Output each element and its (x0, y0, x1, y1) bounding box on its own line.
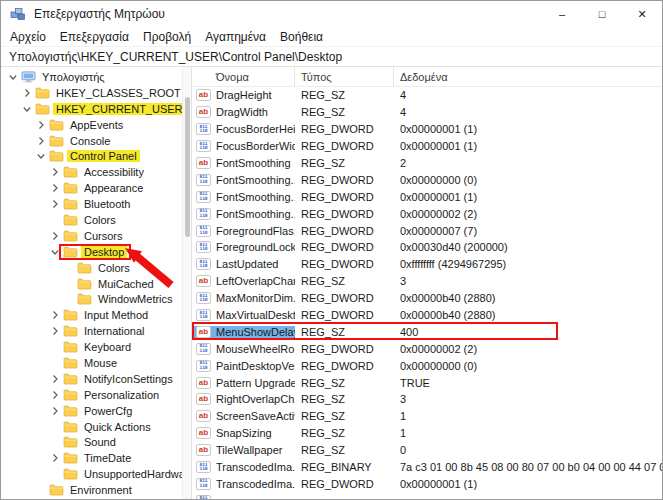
chevron-right-icon[interactable] (35, 120, 47, 130)
tree-item-υπολογιστής[interactable]: Υπολογιστής (1, 69, 191, 85)
registry-value-row-transcodedima[interactable]: 011110TranscodedIma...REG_DWORD0x0000000… (192, 475, 662, 492)
column-header-data[interactable]: Δεδομένα (394, 67, 662, 86)
menu-item-αρχείο[interactable]: Αρχείο (3, 30, 53, 44)
tree-item-content: International (61, 325, 150, 337)
close-button[interactable]: ✕ (622, 1, 662, 27)
folder-icon (49, 150, 64, 162)
chevron-right-icon[interactable] (21, 88, 33, 98)
tree-item-label: AppEvents (67, 119, 126, 131)
tree-item-mouse[interactable]: Mouse (1, 355, 191, 371)
registry-value-row-lastupdated[interactable]: 011110LastUpdatedREG_DWORD0xffffffff (42… (192, 256, 662, 273)
tree-item-content: Personalization (61, 389, 164, 401)
registry-value-row-paintdesktopver[interactable]: 011110PaintDesktopVer...REG_DWORD0x00000… (192, 357, 662, 374)
list-pane: Όνομα Τύπος Δεδομένα abDragHeightREG_SZ4… (192, 67, 662, 500)
column-header-name[interactable]: Όνομα (192, 67, 295, 86)
chevron-right-icon[interactable] (49, 374, 61, 384)
chevron-down-icon[interactable] (49, 247, 61, 257)
registry-value-row-fontsmoothing[interactable]: abFontSmoothingREG_SZ2 (192, 155, 662, 172)
registry-value-row-leftoverlapchars[interactable]: abLeftOverlapCharsREG_SZ3 (192, 273, 662, 290)
tree-item-muicached[interactable]: MuiCached (1, 276, 191, 292)
tree-item-hkey-current-user[interactable]: HKEY_CURRENT_USER (1, 101, 191, 117)
registry-value-row-fontsmoothing[interactable]: 011110FontSmoothing...REG_DWORD0x0000000… (192, 205, 662, 222)
registry-value-row-rightoverlapch[interactable]: abRightOverlapCh...REG_SZ3 (192, 391, 662, 408)
registry-value-row-partial[interactable]: 011110 (192, 492, 662, 500)
value-data: 0x00000b40 (2880) (394, 292, 662, 304)
tree-item-hkey-classes-root[interactable]: HKEY_CLASSES_ROOT (1, 85, 191, 101)
chevron-right-icon[interactable] (35, 136, 47, 146)
tree-item-powercfg[interactable]: PowerCfg (1, 403, 191, 419)
tree-item-international[interactable]: International (1, 323, 191, 339)
value-data: 0x00000002 (2) (394, 343, 662, 355)
registry-value-row-dragheight[interactable]: abDragHeightREG_SZ4 (192, 87, 662, 104)
menu-item-αγαπημένα[interactable]: Αγαπημένα (198, 30, 273, 44)
registry-value-row-focusborderhei[interactable]: 011110FocusBorderHei...REG_DWORD0x000000… (192, 121, 662, 138)
registry-value-row-fontsmoothing[interactable]: 011110FontSmoothing...REG_DWORD0x0000000… (192, 188, 662, 205)
string-value-icon: ab (196, 157, 211, 169)
tree-item-colors[interactable]: Colors (1, 212, 191, 228)
tree-item-content: Console (47, 135, 115, 147)
registry-value-row-fontsmoothing[interactable]: 011110FontSmoothing...REG_DWORD0x0000000… (192, 171, 662, 188)
value-type: REG_SZ (295, 157, 394, 169)
tree-item-sound[interactable]: Sound (1, 434, 191, 450)
value-data: 1 (394, 427, 662, 439)
registry-value-row-tilewallpaper[interactable]: abTileWallpaperREG_SZ0 (192, 442, 662, 459)
maximize-button[interactable]: □ (582, 1, 622, 27)
tree-item-accessibility[interactable]: Accessibility (1, 164, 191, 180)
chevron-down-icon[interactable] (7, 72, 19, 82)
chevron-right-icon[interactable] (49, 453, 61, 463)
chevron-down-icon[interactable] (21, 104, 33, 114)
chevron-right-icon[interactable] (49, 183, 61, 193)
tree-item-personalization[interactable]: Personalization (1, 387, 191, 403)
registry-value-row-snapsizing[interactable]: abSnapSizingREG_SZ1 (192, 425, 662, 442)
registry-value-row-pattern-upgrade[interactable]: abPattern UpgradeREG_SZTRUE (192, 374, 662, 391)
tree-item-windowmetrics[interactable]: WindowMetrics (1, 291, 191, 307)
chevron-right-icon[interactable] (49, 167, 61, 177)
tree-item-bluetooth[interactable]: Bluetooth (1, 196, 191, 212)
tree-item-console[interactable]: Console (1, 133, 191, 149)
chevron-right-icon[interactable] (49, 199, 61, 209)
tree-item-colors[interactable]: Colors (1, 260, 191, 276)
tree-item-quick-actions[interactable]: Quick Actions (1, 419, 191, 435)
chevron-right-icon[interactable] (49, 390, 61, 400)
chevron-right-icon[interactable] (49, 326, 61, 336)
chevron-right-icon[interactable] (49, 231, 61, 241)
tree-scrollbar[interactable] (182, 67, 191, 500)
chevron-right-icon[interactable] (49, 406, 61, 416)
value-type: REG_DWORD (295, 191, 394, 203)
tree-item-content: Input Method (61, 309, 153, 321)
menu-item-επεξεργασία[interactable]: Επεξεργασία (53, 30, 136, 44)
registry-value-row-foregroundflas[interactable]: 011110ForegroundFlas...REG_DWORD0x000000… (192, 222, 662, 239)
value-name-cell: abFontSmoothing (192, 157, 295, 169)
column-header-type[interactable]: Τύπος (295, 67, 394, 86)
registry-value-row-menushowdelay[interactable]: abMenuShowDelayREG_SZ400 (192, 323, 662, 340)
menu-item-προβολή[interactable]: Προβολή (136, 30, 198, 44)
registry-value-row-maxmonitordim[interactable]: 011110MaxMonitorDim...REG_DWORD0x00000b4… (192, 290, 662, 307)
tree-item-desktop[interactable]: Desktop (1, 244, 191, 260)
registry-value-row-transcodedima[interactable]: 011110TranscodedIma...REG_BINARY7a c3 01… (192, 459, 662, 476)
registry-value-row-focusborderwid[interactable]: 011110FocusBorderWid...REG_DWORD0x000000… (192, 138, 662, 155)
registry-value-row-screensaveactive[interactable]: abScreenSaveActiveREG_SZ1 (192, 408, 662, 425)
minimize-button[interactable]: – (542, 1, 582, 27)
tree-item-keyboard[interactable]: Keyboard (1, 339, 191, 355)
chevron-right-icon[interactable] (49, 310, 61, 320)
chevron-down-icon[interactable] (35, 151, 47, 161)
tree-item-label: Υπολογιστής (39, 71, 108, 83)
tree-item-input-method[interactable]: Input Method (1, 307, 191, 323)
tree-item-notifyiconsettings[interactable]: NotifyIconSettings (1, 371, 191, 387)
tree-item-appearance[interactable]: Appearance (1, 180, 191, 196)
value-data: 0x00030d40 (200000) (394, 241, 662, 253)
tree-item-control-panel[interactable]: Control Panel (1, 148, 191, 164)
tree-item-timedate[interactable]: TimeDate (1, 450, 191, 466)
tree-item-appevents[interactable]: AppEvents (1, 117, 191, 133)
registry-value-row-mousewheelro[interactable]: 011110MouseWheelRo...REG_DWORD0x00000002… (192, 340, 662, 357)
menu-item-βοήθεια[interactable]: Βοήθεια (273, 30, 330, 44)
address-bar[interactable]: Υπολογιστής\HKEY_CURRENT_USER\Control Pa… (1, 47, 662, 67)
registry-value-row-foregroundlock[interactable]: 011110ForegroundLock...REG_DWORD0x00030d… (192, 239, 662, 256)
tree-item-environment[interactable]: Environment (1, 482, 191, 498)
scrollbar-thumb[interactable] (185, 97, 190, 237)
registry-value-row-maxvirtualdeskt[interactable]: 011110MaxVirtualDeskt...REG_DWORD0x00000… (192, 307, 662, 324)
registry-value-row-dragwidth[interactable]: abDragWidthREG_SZ4 (192, 104, 662, 121)
tree-item-cursors[interactable]: Cursors (1, 228, 191, 244)
folder-icon (63, 182, 78, 194)
tree-item-unsupportedhardwa[interactable]: UnsupportedHardwa (1, 466, 191, 482)
